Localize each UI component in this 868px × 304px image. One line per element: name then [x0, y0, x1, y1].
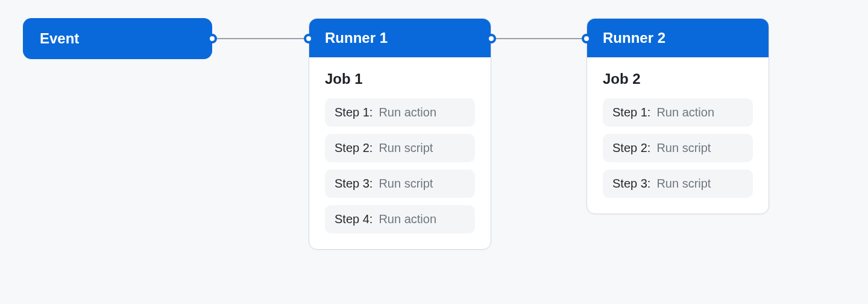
port-event-out: [207, 34, 217, 43]
job-2-title: Job 2: [603, 71, 753, 87]
runner-1-title: Runner 1: [325, 30, 388, 46]
step-desc: Run script: [656, 177, 711, 191]
runner2-step-2: Step 2: Run script: [603, 134, 753, 162]
connector-runner1-to-runner2: [491, 38, 587, 39]
port-runner2-in: [582, 34, 591, 43]
workflow-diagram: Event Runner 1 Job 1 Step 1: Run action …: [0, 0, 868, 304]
step-label: Step 3:: [612, 177, 650, 191]
event-label: Event: [40, 30, 79, 46]
runner2-step-3: Step 3: Run script: [603, 169, 753, 198]
runner-2-header: Runner 2: [587, 19, 769, 57]
step-desc: Run script: [379, 141, 433, 155]
step-label: Step 3:: [335, 177, 373, 191]
step-label: Step 4:: [335, 212, 373, 226]
step-desc: Run action: [656, 106, 714, 119]
step-desc: Run action: [379, 106, 436, 119]
runner-1-body: Job 1 Step 1: Run action Step 2: Run scr…: [309, 57, 491, 249]
runner-1-header: Runner 1: [309, 19, 491, 57]
runner2-step-1: Step 1: Run action: [603, 98, 753, 127]
runner1-step-2: Step 2: Run script: [325, 134, 475, 162]
connector-event-to-runner1: [212, 38, 309, 39]
step-label: Step 2:: [612, 141, 650, 155]
step-desc: Run action: [379, 212, 436, 226]
step-label: Step 2:: [335, 141, 373, 155]
port-runner1-out: [486, 34, 496, 43]
job-1-title: Job 1: [325, 71, 475, 87]
step-label: Step 1:: [612, 106, 650, 119]
event-card: Event: [23, 18, 212, 59]
runner-2-title: Runner 2: [603, 30, 665, 46]
runner1-step-3: Step 3: Run script: [325, 169, 475, 198]
port-runner1-in: [304, 34, 313, 43]
runner-card-2: Runner 2 Job 2 Step 1: Run action Step 2…: [587, 18, 769, 214]
runner-2-body: Job 2 Step 1: Run action Step 2: Run scr…: [587, 57, 769, 214]
step-desc: Run script: [656, 141, 711, 155]
step-label: Step 1:: [335, 106, 373, 119]
step-desc: Run script: [379, 177, 433, 191]
runner1-step-4: Step 4: Run action: [325, 205, 475, 233]
runner-card-1: Runner 1 Job 1 Step 1: Run action Step 2…: [309, 18, 491, 250]
runner1-step-1: Step 1: Run action: [325, 98, 475, 127]
